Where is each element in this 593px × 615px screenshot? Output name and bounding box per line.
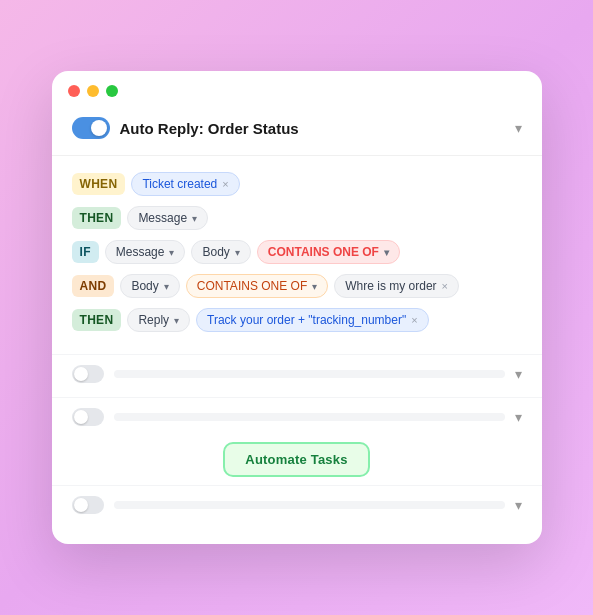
contains-one-of-chip-and[interactable]: CONTAINS ONE OF ▾	[186, 274, 328, 298]
message-chip-if[interactable]: Message ▾	[105, 240, 186, 264]
message-chevron-icon-if: ▾	[169, 247, 174, 258]
auto-reply-toggle[interactable]	[72, 117, 110, 139]
header-title: Auto Reply: Order Status	[120, 120, 299, 137]
header-row: Auto Reply: Order Status ▾	[52, 107, 542, 156]
collapsed-line-2	[114, 413, 505, 421]
rule-row-then1: THEN Message ▾	[72, 206, 522, 230]
header-left: Auto Reply: Order Status	[72, 117, 299, 139]
then2-label: THEN	[72, 309, 122, 331]
app-window: Auto Reply: Order Status ▾ WHEN Ticket c…	[52, 71, 542, 544]
collapsed-row-2: ▾	[52, 397, 542, 436]
if-label: IF	[72, 241, 99, 263]
message-chevron-icon-then: ▾	[192, 213, 197, 224]
contains-one-of-chip-if[interactable]: CONTAINS ONE OF ▾	[257, 240, 400, 264]
reply-label: Reply	[138, 313, 169, 327]
titlebar	[52, 71, 542, 107]
body-chevron-icon-and: ▾	[164, 281, 169, 292]
collapsed-toggle-3[interactable]	[72, 496, 104, 514]
track-order-close-icon[interactable]: ×	[411, 314, 417, 326]
rule-row-and: AND Body ▾ CONTAINS ONE OF ▾ Whre is my …	[72, 274, 522, 298]
message-label-if: Message	[116, 245, 165, 259]
contains-chevron-icon-and: ▾	[312, 281, 317, 292]
contains-one-of-label-and: CONTAINS ONE OF	[197, 279, 307, 293]
when-label: WHEN	[72, 173, 126, 195]
collapsed-chevron-3[interactable]: ▾	[515, 497, 522, 513]
body-chip-and[interactable]: Body ▾	[120, 274, 179, 298]
collapsed-toggle-1[interactable]	[72, 365, 104, 383]
message-label-then: Message	[138, 211, 187, 225]
automate-tasks-button[interactable]: Automate Tasks	[223, 442, 369, 477]
collapsed-toggle-2[interactable]	[72, 408, 104, 426]
contains-one-of-label-if: CONTAINS ONE OF	[268, 245, 379, 259]
track-order-chip[interactable]: Track your order + "tracking_number" ×	[196, 308, 429, 332]
header-chevron-icon[interactable]: ▾	[515, 120, 522, 136]
automate-btn-wrapper: Automate Tasks	[52, 436, 542, 481]
message-chip-then[interactable]: Message ▾	[127, 206, 208, 230]
body-label-and: Body	[131, 279, 158, 293]
close-button[interactable]	[68, 85, 80, 97]
collapsed-line-1	[114, 370, 505, 378]
ticket-created-chip[interactable]: Ticket created ×	[131, 172, 239, 196]
rule-row-if: IF Message ▾ Body ▾ CONTAINS ONE OF ▾	[72, 240, 522, 264]
whre-close-icon[interactable]: ×	[442, 280, 448, 292]
collapsed-row-3: ▾	[52, 485, 542, 524]
then1-label: THEN	[72, 207, 122, 229]
rule-row-when: WHEN Ticket created ×	[72, 172, 522, 196]
and-label: AND	[72, 275, 115, 297]
collapsed-row-1: ▾	[52, 354, 542, 393]
collapsed-chevron-1[interactable]: ▾	[515, 366, 522, 382]
ticket-created-close-icon[interactable]: ×	[222, 178, 228, 190]
collapsed-line-3	[114, 501, 505, 509]
whre-label: Whre is my order	[345, 279, 436, 293]
rules-section: WHEN Ticket created × THEN Message ▾ IF …	[52, 156, 542, 350]
reply-chevron-icon: ▾	[174, 315, 179, 326]
body-label-if: Body	[202, 245, 229, 259]
track-order-label: Track your order + "tracking_number"	[207, 313, 406, 327]
body-chevron-icon-if: ▾	[235, 247, 240, 258]
ticket-created-label: Ticket created	[142, 177, 217, 191]
whre-chip[interactable]: Whre is my order ×	[334, 274, 459, 298]
reply-chip[interactable]: Reply ▾	[127, 308, 190, 332]
contains-chevron-icon-if: ▾	[384, 247, 389, 258]
rule-row-then2: THEN Reply ▾ Track your order + "trackin…	[72, 308, 522, 332]
maximize-button[interactable]	[106, 85, 118, 97]
body-chip-if[interactable]: Body ▾	[191, 240, 250, 264]
minimize-button[interactable]	[87, 85, 99, 97]
collapsed-chevron-2[interactable]: ▾	[515, 409, 522, 425]
